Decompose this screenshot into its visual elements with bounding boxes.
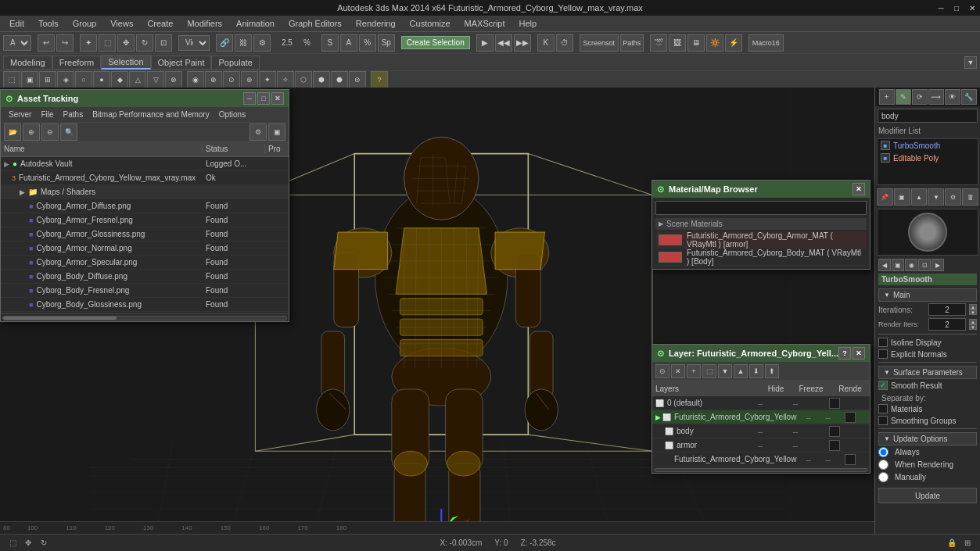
tab-utilities[interactable]: 🔧 [961, 89, 977, 105]
layer-tb-4[interactable]: ⬚ [702, 364, 716, 378]
menu-create[interactable]: Create [141, 16, 179, 31]
layer-row-default[interactable]: ⬜ 0 (default) ─ ─ [652, 396, 870, 410]
modifier-editable-poly[interactable]: ■ Editable Poly [878, 152, 978, 164]
layer-tb-8[interactable]: ⬆ [765, 364, 779, 378]
asset-tb-6[interactable]: ▣ [268, 123, 285, 141]
sub-btn-17[interactable]: ⬡ [295, 71, 312, 88]
layer-tb-6[interactable]: ▲ [734, 364, 748, 378]
snap-button[interactable]: S [321, 34, 339, 52]
screenshot-button[interactable]: Screensot [580, 34, 619, 52]
menu-modifiers[interactable]: Modifiers [181, 16, 228, 31]
manually-radio[interactable] [878, 472, 888, 482]
asset-tb-2[interactable]: ⊕ [23, 123, 40, 141]
show-all-button[interactable]: ▣ [894, 188, 910, 206]
param-nav-2[interactable]: ▣ [892, 259, 904, 271]
update-options-header[interactable]: ▼ Update Options [878, 432, 977, 445]
smoothing-groups-checkbox[interactable] [878, 416, 888, 425]
tab-create[interactable]: + [879, 89, 895, 105]
layer-row-armor[interactable]: ⬜ armor ─ ─ [652, 438, 870, 453]
turbosmooth-visibility-toggle[interactable]: ■ [881, 141, 890, 150]
asset-row-1[interactable]: ■ Cyborg_Armor_Fresnel.png Found [1, 213, 289, 227]
layer-tb-2[interactable]: ✕ [671, 364, 685, 378]
spinner-snap-button[interactable]: Sp [378, 34, 395, 52]
tab-hierarchy[interactable]: ⟳ [912, 89, 928, 105]
asset-list[interactable]: ▶ ● Autodesk Vault Logged O... 3 Futuris… [1, 157, 289, 313]
iterations-up[interactable]: ▲ [969, 304, 977, 309]
rotate-button[interactable]: ↻ [136, 34, 153, 52]
mat-close-button[interactable]: ✕ [853, 183, 865, 195]
asset-row-vault[interactable]: ▶ ● Autodesk Vault Logged O... [1, 157, 289, 171]
asset-row-5[interactable]: ■ Cyborg_Body_Diffuse.png Found [1, 270, 289, 284]
param-nav-5[interactable]: ▶ [932, 259, 944, 271]
tab-modify[interactable]: ✎ [896, 89, 911, 105]
sub-btn-8[interactable]: △ [129, 71, 146, 88]
select-region-button[interactable]: ⬚ [99, 34, 116, 52]
asset-menu-paths[interactable]: Paths [59, 107, 88, 123]
explicit-normals-checkbox[interactable] [878, 349, 888, 359]
sub-btn-7[interactable]: ◆ [111, 71, 128, 88]
asset-row-6[interactable]: ■ Cyborg_Body_Fresnel.png Found [1, 284, 289, 298]
menu-animation[interactable]: Animation [230, 16, 281, 31]
layer-close-button[interactable]: ✕ [853, 347, 865, 360]
layer-tb-5[interactable]: ▼ [718, 364, 732, 378]
default-render-toggle[interactable] [829, 398, 840, 409]
asset-row-4[interactable]: ■ Cyborg_Armor_Specular.png Found [1, 256, 289, 270]
menu-customize[interactable]: Customize [404, 16, 457, 31]
angle-snap-button[interactable]: A [340, 34, 357, 52]
modifier-turbosmooth[interactable]: ■ TurboSmooth [878, 139, 978, 152]
render5-button[interactable]: ⚡ [725, 34, 742, 52]
asset-menu-options[interactable]: Options [214, 107, 250, 123]
nav-up[interactable]: ▲ [911, 188, 928, 206]
layer-help-button[interactable]: ? [838, 347, 851, 360]
asset-row-0[interactable]: ■ Cyborg_Armor_Diffuse.png Found [1, 199, 289, 213]
render3-button[interactable]: 🖥 [687, 34, 705, 52]
menu-edit[interactable]: Edit [3, 16, 31, 31]
asset-row-2[interactable]: ■ Cyborg_Armor_Glossiness.png Found [1, 227, 289, 242]
asset-maximize-button[interactable]: □ [257, 92, 270, 105]
filter-dropdown[interactable]: All [3, 35, 31, 51]
ribbon-config-button[interactable]: ▼ [964, 56, 977, 69]
materials-checkbox[interactable] [878, 404, 888, 413]
body-render-toggle[interactable] [829, 426, 840, 437]
sub-btn-6[interactable]: ● [93, 71, 110, 88]
cyborg-render-toggle[interactable] [845, 412, 856, 423]
cyborg-sub-render-toggle[interactable] [845, 454, 856, 465]
asset-row-3[interactable]: ■ Cyborg_Armor_Normal.png Found [1, 242, 289, 256]
redo-button[interactable]: ↪ [56, 34, 74, 52]
tab-freeform[interactable]: Freeform [52, 55, 102, 70]
layer-row-cyborg-sub[interactable]: Futuristic_Armored_Cyborg_Yellow ─ ─ [652, 453, 870, 467]
sub-btn-19[interactable]: ⬣ [331, 71, 348, 88]
sub-btn-3[interactable]: ⊞ [39, 71, 56, 88]
sub-btn-13[interactable]: ⊙ [223, 71, 240, 88]
tab-selection[interactable]: Selection [101, 55, 150, 70]
menu-group[interactable]: Group [66, 16, 103, 31]
asset-menu-bitmap[interactable]: Bitmap Performance and Memory [88, 107, 214, 123]
percent-snap-button[interactable]: % [359, 34, 376, 52]
render2-button[interactable]: 🖼 [669, 34, 686, 52]
asset-menu-server[interactable]: Server [4, 107, 36, 123]
object-name-input[interactable] [878, 109, 978, 123]
lock-icon[interactable]: 🔒 [946, 537, 958, 549]
layer-tb-1[interactable]: ⊙ [655, 364, 669, 378]
asset-tb-4[interactable]: 🔍 [60, 123, 77, 141]
sub-btn-18[interactable]: ⬢ [313, 71, 330, 88]
select-button[interactable]: ✦ [80, 34, 97, 52]
modifier-params-scroll[interactable]: ◀ ▣ ◉ ⊡ ▶ TurboSmooth ▼ Main Ite [875, 257, 980, 534]
menu-maxscript[interactable]: MAXScript [458, 16, 512, 31]
configure-button[interactable]: ⚙ [945, 188, 961, 206]
sub-btn-4[interactable]: ◈ [57, 71, 74, 88]
asset-tb-3[interactable]: ⊖ [41, 123, 59, 141]
layer-tb-3[interactable]: + [687, 364, 701, 378]
sub-btn-15[interactable]: ✦ [259, 71, 276, 88]
sub-btn-2[interactable]: ▣ [21, 71, 38, 88]
prev-frame-button[interactable]: ◀◀ [495, 34, 512, 52]
asset-tb-5[interactable]: ⚙ [249, 123, 267, 141]
macro16-button[interactable]: Macro16 [748, 34, 784, 52]
isoline-checkbox[interactable] [878, 338, 888, 347]
sub-btn-10[interactable]: ⊗ [165, 71, 182, 88]
render-iters-input[interactable] [928, 318, 966, 331]
view-dropdown[interactable]: View [178, 35, 210, 51]
key-mode-button[interactable]: K [537, 34, 555, 52]
menu-help[interactable]: Help [513, 16, 544, 31]
sub-btn-help[interactable]: ? [371, 71, 388, 88]
